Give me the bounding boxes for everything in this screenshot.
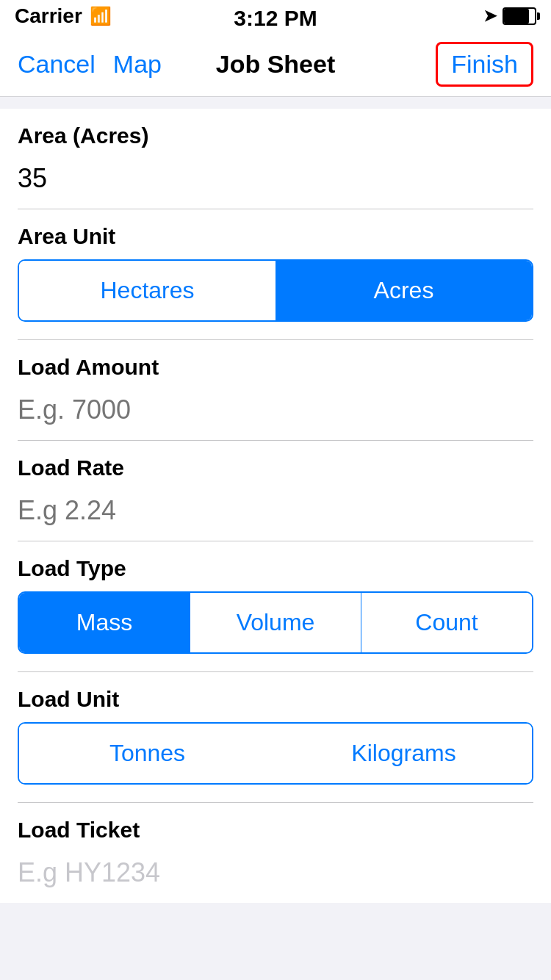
- carrier-label: Carrier: [15, 4, 82, 28]
- load-rate-label: Load Rate: [18, 455, 533, 480]
- load-unit-label: Load Unit: [18, 687, 533, 712]
- load-type-label: Load Type: [18, 556, 533, 581]
- load-type-segmented: Mass Volume Count: [18, 591, 533, 654]
- status-right: ➤: [483, 7, 536, 26]
- load-rate-section: Load Rate: [0, 441, 551, 541]
- load-unit-kilograms-btn[interactable]: Kilograms: [276, 724, 532, 783]
- finish-button[interactable]: Finish: [436, 42, 533, 87]
- load-amount-section: Load Amount: [0, 340, 551, 441]
- load-type-mass-btn[interactable]: Mass: [19, 593, 190, 652]
- area-unit-label: Area Unit: [18, 224, 533, 249]
- battery-icon: [503, 7, 536, 25]
- load-unit-segmented: Tonnes Kilograms: [18, 722, 533, 785]
- load-ticket-section: Load Ticket E.g HY1234: [0, 803, 551, 903]
- cancel-button[interactable]: Cancel: [18, 50, 96, 79]
- wifi-icon: 📶: [90, 6, 112, 26]
- area-acres-section: Area (Acres) 35: [0, 109, 551, 209]
- map-button[interactable]: Map: [113, 50, 162, 79]
- load-type-count-btn[interactable]: Count: [361, 593, 532, 652]
- page-title: Job Sheet: [216, 50, 335, 79]
- nav-bar: Cancel Map Job Sheet Finish: [0, 32, 551, 97]
- content-area: Area (Acres) 35 Area Unit Hectares Acres…: [0, 109, 551, 903]
- load-ticket-placeholder: E.g HY1234: [18, 850, 533, 903]
- load-rate-input[interactable]: [18, 488, 533, 541]
- load-ticket-label: Load Ticket: [18, 818, 533, 843]
- area-acres-label: Area (Acres): [18, 123, 533, 148]
- load-type-section: Load Type Mass Volume Count: [0, 541, 551, 672]
- load-amount-input[interactable]: [18, 387, 533, 440]
- nav-left: Cancel Map: [18, 50, 162, 79]
- load-unit-section: Load Unit Tonnes Kilograms: [0, 672, 551, 803]
- area-unit-section: Area Unit Hectares Acres: [0, 209, 551, 340]
- area-unit-hectares-btn[interactable]: Hectares: [19, 261, 276, 320]
- status-bar: Carrier 📶 3:12 PM ➤: [0, 0, 551, 32]
- location-icon: ➤: [483, 7, 497, 26]
- area-unit-segmented: Hectares Acres: [18, 259, 533, 322]
- status-time: 3:12 PM: [234, 6, 317, 31]
- load-unit-tonnes-btn[interactable]: Tonnes: [19, 724, 276, 783]
- area-acres-value: 35: [18, 156, 533, 209]
- load-amount-label: Load Amount: [18, 355, 533, 380]
- area-unit-acres-btn[interactable]: Acres: [276, 261, 532, 320]
- separator-top: [0, 97, 551, 109]
- load-type-volume-btn[interactable]: Volume: [190, 593, 361, 652]
